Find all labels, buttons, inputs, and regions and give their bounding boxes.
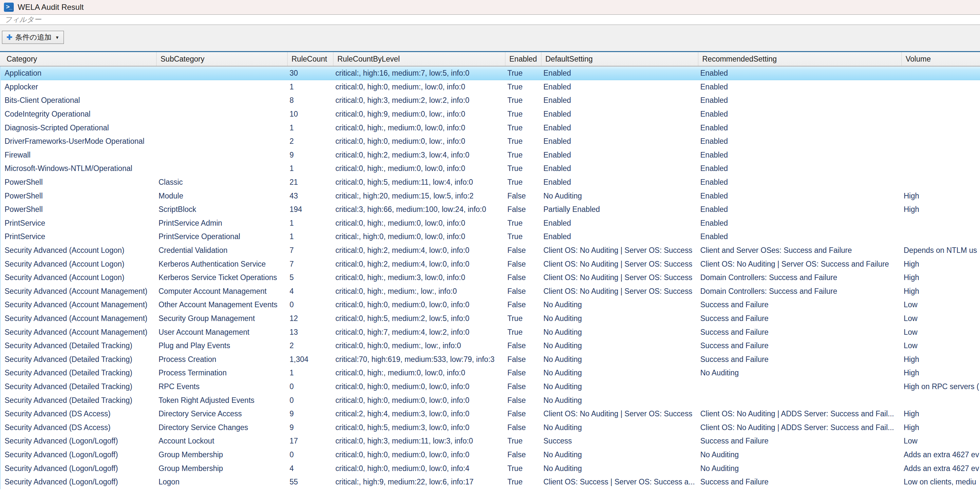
cell-subcategory: Credential Validation [154, 246, 286, 255]
cell-category: Security Advanced (Logon/Logoff) [1, 437, 154, 445]
table-row[interactable]: PowerShellScriptBlock194critical:3, high… [1, 203, 980, 216]
table-row[interactable]: Security Advanced (Logon/Logoff)Account … [1, 434, 980, 448]
cell-recommendedsetting: Enabled [696, 69, 900, 78]
table-row[interactable]: PowerShellModule43critical:, high:20, me… [1, 189, 980, 203]
cell-subcategory: Group Membership [154, 450, 286, 459]
cell-rulecount: 1,304 [286, 355, 331, 364]
cell-defaultsetting: Enabled [539, 164, 696, 173]
column-header-category[interactable]: Category [3, 52, 157, 66]
cell-defaultsetting: No Auditing [539, 301, 696, 309]
cell-defaultsetting: Enabled [539, 232, 696, 241]
table-row[interactable]: Security Advanced (Account Logon)Kerbero… [1, 257, 980, 271]
cell-rulecount: 17 [286, 437, 331, 445]
cell-category: Security Advanced (Account Management) [1, 314, 154, 323]
table-row[interactable]: Bits-Client Operational8critical:0, high… [1, 94, 980, 107]
cell-recommendedsetting: Client OS: No Auditing | ADDS Server: Su… [696, 409, 900, 418]
table-row[interactable]: Security Advanced (Detailed Tracking)Tok… [1, 393, 980, 407]
table-row[interactable]: Security Advanced (Detailed Tracking)Pro… [1, 366, 980, 380]
cell-rulecountbylevel: critical:0, high:, medium:3, low:0, info… [331, 273, 503, 282]
cell-defaultsetting: Client OS: Success | Server OS: Success … [539, 477, 696, 487]
cell-rulecountbylevel: critical:0, high:0, medium:0, low:0, inf… [331, 382, 503, 391]
cell-enabled: False [503, 382, 539, 391]
cell-defaultsetting: Enabled [539, 219, 696, 228]
cell-defaultsetting: Client OS: No Auditing | Server OS: Succ… [539, 409, 696, 418]
table-row[interactable]: DriverFrameworks-UserMode Operational2cr… [1, 135, 980, 148]
table-row[interactable]: Security Advanced (Logon/Logoff)Group Me… [1, 461, 980, 475]
cell-defaultsetting: No Auditing [539, 450, 696, 459]
table-row[interactable]: Applocker1critical:0, high:0, medium:, l… [1, 80, 980, 94]
table-row[interactable]: Security Advanced (Detailed Tracking)RPC… [1, 380, 980, 394]
cell-recommendedsetting: Enabled [696, 96, 900, 105]
cell-recommendedsetting: Enabled [696, 219, 900, 228]
cell-rulecount: 0 [286, 450, 331, 459]
cell-rulecount: 55 [286, 477, 331, 487]
column-header-recommendedsetting[interactable]: RecommendedSetting [698, 52, 902, 66]
table-row[interactable]: PowerShellClassic21critical:0, high:5, m… [1, 175, 980, 189]
cell-recommendedsetting: Client and Server OSes: Success and Fail… [696, 246, 900, 255]
add-criteria-button[interactable]: ✚ 条件の追加 ▼ [2, 31, 64, 44]
cell-rulecount: 2 [286, 341, 331, 350]
table-row[interactable]: PrintServicePrintService Operational1cri… [1, 230, 980, 244]
cell-subcategory: Module [154, 192, 286, 200]
table-row[interactable]: Microsoft-Windows-NTLM/Operational1criti… [1, 162, 980, 175]
cell-rulecountbylevel: critical:70, high:619, medium:533, low:7… [331, 355, 503, 364]
column-header-rulecount[interactable]: RuleCount [288, 52, 333, 66]
cell-defaultsetting: Enabled [539, 83, 696, 91]
cell-category: Security Advanced (Account Management) [1, 301, 154, 309]
cell-recommendedsetting: Enabled [696, 124, 900, 132]
table-row[interactable]: Security Advanced (Logon/Logoff)Logon55c… [1, 475, 980, 489]
table-row[interactable]: Security Advanced (Account Management)Us… [1, 325, 980, 339]
cell-category: Firewall [1, 151, 154, 159]
cell-volume: High [900, 287, 980, 296]
table-row[interactable]: Security Advanced (Account Management)Ot… [1, 298, 980, 312]
cell-rulecountbylevel: critical:0, high:2, medium:3, low:4, inf… [331, 151, 503, 159]
cell-enabled: True [503, 314, 539, 323]
table-row[interactable]: Application30critical:, high:16, medium:… [1, 67, 980, 80]
cell-enabled: False [503, 423, 539, 432]
cell-recommendedsetting: Success and Failure [696, 437, 900, 445]
column-header-rulecountbylevel[interactable]: RuleCountByLevel [333, 52, 505, 66]
filter-input[interactable] [0, 14, 980, 25]
table-row[interactable]: Security Advanced (Logon/Logoff)Group Me… [1, 448, 980, 462]
column-header-defaultsetting[interactable]: DefaultSetting [541, 52, 698, 66]
cell-rulecount: 13 [286, 328, 331, 337]
cell-rulecount: 10 [286, 110, 331, 119]
cell-rulecountbylevel: critical:0, high:, medium:, low:, info:0 [331, 287, 503, 296]
column-header-volume[interactable]: Volume [902, 52, 980, 66]
column-header-enabled[interactable]: Enabled [505, 52, 541, 66]
table-row[interactable]: Security Advanced (Account Management)Se… [1, 312, 980, 326]
cell-rulecount: 30 [286, 69, 331, 78]
cell-category: Security Advanced (Account Logon) [1, 260, 154, 269]
cell-rulecountbylevel: critical:0, high:9, medium:0, low:, info… [331, 110, 503, 119]
cell-rulecountbylevel: critical:, high:9, medium:22, low:6, inf… [331, 477, 503, 487]
table-body: Application30critical:, high:16, medium:… [0, 67, 980, 489]
cell-enabled: True [503, 178, 539, 187]
cell-defaultsetting: No Auditing [539, 382, 696, 391]
cell-volume: High [900, 205, 980, 214]
cell-recommendedsetting: Enabled [696, 178, 900, 187]
table-row[interactable]: Security Advanced (Account Management)Co… [1, 285, 980, 298]
cell-defaultsetting: Enabled [539, 69, 696, 78]
window-title: WELA Audit Result [18, 3, 84, 12]
table-row[interactable]: Security Advanced (Detailed Tracking)Pro… [1, 352, 980, 366]
cell-enabled: True [503, 328, 539, 337]
table-row[interactable]: Security Advanced (Account Logon)Kerbero… [1, 271, 980, 285]
table-row[interactable]: Firewall9critical:0, high:2, medium:3, l… [1, 148, 980, 162]
cell-rulecount: 1 [286, 232, 331, 241]
cell-rulecountbylevel: critical:0, high:5, medium:11, low:4, in… [331, 178, 503, 187]
cell-volume: High on RPC servers ( [900, 382, 980, 391]
table-row[interactable]: Security Advanced (DS Access)Directory S… [1, 407, 980, 421]
table-row[interactable]: Diagnosis-Scripted Operational1critical:… [1, 121, 980, 135]
table-row[interactable]: Security Advanced (Detailed Tracking)Plu… [1, 339, 980, 353]
cell-rulecountbylevel: critical:, high:0, medium:0, low:0, info… [331, 232, 503, 241]
cell-enabled: True [503, 110, 539, 119]
cell-defaultsetting: No Auditing [539, 464, 696, 473]
cell-recommendedsetting: Client OS: No Auditing | ADDS Server: Su… [696, 423, 900, 432]
cell-recommendedsetting: Enabled [696, 205, 900, 214]
table-row[interactable]: Security Advanced (Account Logon)Credent… [1, 244, 980, 258]
cell-rulecount: 1 [286, 164, 331, 173]
table-row[interactable]: CodeIntegrity Operational10critical:0, h… [1, 107, 980, 121]
table-row[interactable]: Security Advanced (DS Access)Directory S… [1, 420, 980, 434]
column-header-subcategory[interactable]: SubCategory [157, 52, 288, 66]
table-row[interactable]: PrintServicePrintService Admin1critical:… [1, 216, 980, 230]
